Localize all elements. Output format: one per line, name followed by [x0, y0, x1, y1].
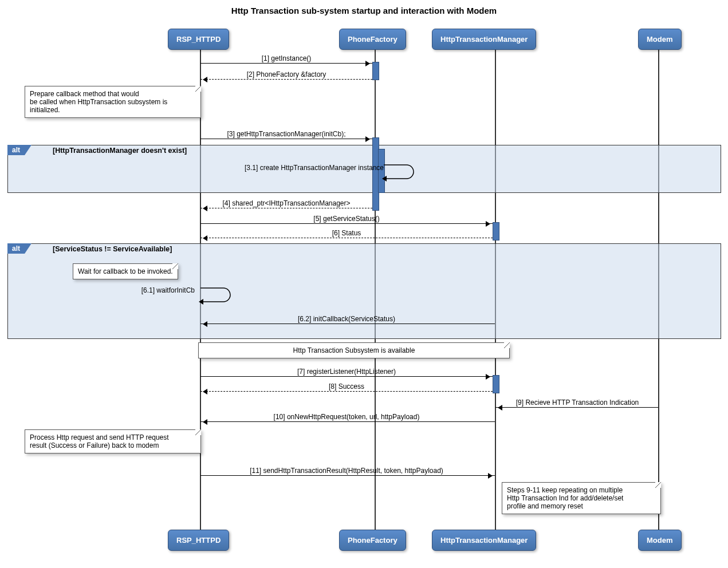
message-7-arrow	[200, 376, 493, 377]
note-steps-repeat: Steps 9-11 keep repeating on multiple Ht…	[502, 482, 661, 514]
message-4-label: [4] shared_ptr<IHttpTransactionManager>	[200, 199, 372, 207]
participant-httptransactionmanager-top: HttpTransactionManager	[432, 29, 536, 50]
participant-rsp-httpd-bottom: RSP_HTTPD	[168, 530, 229, 551]
message-6-label: [6] Status	[200, 229, 493, 237]
activation-htm-5	[493, 222, 499, 240]
message-8-arrow	[200, 391, 493, 392]
alt-1-guard: [HttpTransactionManager doesn't exist]	[53, 147, 187, 155]
alt-2-guard: [ServiceStatus != ServiceAvailable]	[53, 245, 172, 253]
message-5-label: [5] getServiceStatus()	[200, 215, 493, 223]
message-3-label: [3] getHttpTransactionManager(initCb);	[200, 130, 372, 138]
message-1-label: [1] getInstance()	[200, 54, 372, 62]
message-6-1-loop	[200, 286, 235, 305]
activation-htm-7	[493, 375, 499, 393]
participant-phonefactory-bottom: PhoneFactory	[339, 530, 406, 551]
alt-2-label: alt	[7, 243, 32, 254]
message-10-arrow	[200, 421, 495, 423]
message-10-label: [10] onNewHttpRequest(token, url, httpPa…	[200, 413, 493, 421]
sequence-diagram: Http Transaction sub-system startup and …	[6, 6, 722, 562]
message-2-arrow	[200, 79, 372, 80]
message-11-arrow	[200, 475, 495, 476]
message-9-arrow	[495, 407, 658, 408]
message-11-label: [11] sendHttpTransactionResult(HttpResul…	[200, 467, 493, 475]
message-4-arrow	[200, 208, 372, 209]
participant-modem-bottom: Modem	[638, 530, 682, 551]
message-7-label: [7] registerListener(HttpListener)	[200, 368, 493, 376]
note-subsystem-available: Http Transaction Subsystem is available	[198, 342, 510, 358]
message-6-2-arrow	[200, 324, 495, 325]
participant-httptransactionmanager-bottom: HttpTransactionManager	[432, 530, 536, 551]
message-6-2-label: [6.2] initCallback(ServiceStatus)	[200, 315, 493, 323]
message-8-label: [8] Success	[200, 382, 493, 391]
diagram-title: Http Transaction sub-system startup and …	[6, 6, 722, 15]
participant-rsp-httpd-top: RSP_HTTPD	[168, 29, 229, 50]
note-prepare-callback: Prepare callback method that would be ca…	[25, 86, 201, 118]
message-9-label: [9] Recieve HTTP Transaction Indication	[497, 399, 658, 407]
message-3-arrow	[200, 139, 372, 140]
message-3-1-label: [3.1] create HttpTransactionManager inst…	[200, 164, 384, 172]
message-5-arrow	[200, 223, 493, 224]
note-wait-callback: Wait for callback to be invoked.	[73, 263, 178, 279]
participant-modem-top: Modem	[638, 29, 682, 50]
alt-1-label: alt	[7, 145, 32, 155]
message-6-arrow	[200, 238, 493, 239]
note-process-request: Process Http request and send HTTP reque…	[25, 429, 201, 453]
message-3-1-loop	[384, 163, 418, 182]
message-1-arrow	[200, 63, 372, 64]
participant-phonefactory-top: PhoneFactory	[339, 29, 406, 50]
activation-phonefactory-1	[372, 62, 379, 80]
message-2-label: [2] PhoneFactory &factory	[200, 70, 372, 78]
message-6-1-label: [6.1] waitforInitCb	[103, 286, 195, 294]
